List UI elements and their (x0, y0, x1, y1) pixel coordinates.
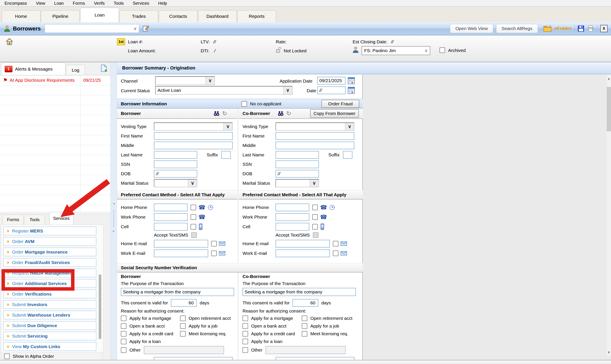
borrower-marital-status-dropdown[interactable]: ∨ (154, 179, 197, 187)
service-submit-investors[interactable]: » SubmitInvestors (3, 300, 96, 309)
cell-phone-icon[interactable] (320, 223, 325, 230)
tab-contacts[interactable]: Contacts (159, 10, 198, 22)
phone-icon[interactable]: ☎ (198, 214, 206, 221)
envelope-icon[interactable] (341, 251, 347, 256)
coborrower-home-phone-preferred-checkbox[interactable] (312, 205, 318, 210)
borrower-reason-licensing-checkbox[interactable] (180, 331, 186, 337)
clock-icon[interactable] (330, 205, 335, 210)
coborrower-vesting-type-dropdown[interactable]: ∨ (276, 122, 354, 131)
collapse-left-icon[interactable]: ◄ (111, 202, 117, 205)
service-register-mers[interactable]: » RegisterMERS (3, 226, 96, 235)
tab-dashboard[interactable]: Dashboard (198, 10, 237, 22)
service-order-fraud-audit[interactable]: » OrderFraud/Audit Services (3, 258, 96, 267)
current-status-dropdown[interactable]: Active Loan∨ (155, 86, 292, 95)
coborrower-first-name-field[interactable] (276, 132, 354, 140)
scroll-down-icon[interactable]: ∨ (607, 348, 611, 356)
home-icon[interactable] (6, 38, 13, 46)
services-scrollbar[interactable] (99, 274, 101, 339)
save-icon[interactable] (578, 25, 584, 32)
phone-icon[interactable]: ☎ (320, 214, 327, 221)
borrower-work-email-preferred-checkbox[interactable] (211, 250, 217, 256)
borrower-middle-name-field[interactable] (154, 142, 233, 149)
coborrower-work-email-field[interactable] (276, 249, 330, 257)
coborrower-marital-status-dropdown[interactable]: ∨ (276, 179, 319, 187)
borrower-other-field[interactable] (144, 346, 224, 354)
scrollbar-thumb[interactable] (607, 87, 611, 131)
no-coapplicant-checkbox[interactable] (241, 101, 247, 107)
envelope-icon[interactable] (219, 241, 225, 246)
borrower-reason-job-checkbox[interactable] (180, 323, 186, 329)
service-view-my-custom-links[interactable]: » ViewMy Custom Links (3, 342, 96, 351)
borrower-cell-preferred-checkbox[interactable] (191, 224, 196, 230)
borrower-first-name-field[interactable] (154, 132, 233, 140)
add-document-icon[interactable] (100, 64, 107, 73)
coborrower-home-email-preferred-checkbox[interactable] (333, 241, 338, 247)
borrower-work-email-field[interactable] (154, 249, 208, 257)
efolder-label[interactable]: eFolder (555, 26, 571, 31)
borrower-home-phone-field[interactable] (154, 204, 187, 211)
borrower-purpose-field[interactable]: Seeking a mortgage from the company (121, 288, 234, 296)
coborrower-purpose-field[interactable]: Seeking a mortgage from the company (242, 288, 356, 296)
close-icon[interactable]: X (600, 25, 608, 32)
binoculars-icon[interactable] (278, 111, 284, 116)
tab-pipeline[interactable]: Pipeline (41, 10, 80, 22)
borrower-home-email-preferred-checkbox[interactable] (211, 241, 217, 247)
coborrower-reason-mortgage-checkbox[interactable] (242, 315, 248, 321)
borrower-reason-loan-checkbox[interactable] (121, 339, 126, 344)
borrower-reason-other-checkbox[interactable] (121, 347, 126, 353)
binoculars-icon[interactable] (213, 111, 220, 116)
service-submit-due-diligence[interactable]: » SubmitDue Diligence (3, 321, 96, 330)
open-web-view-button[interactable]: Open Web View (450, 24, 493, 33)
coborrower-suffix-field[interactable] (343, 151, 352, 159)
borrower-home-phone-preferred-checkbox[interactable] (191, 205, 196, 210)
coborrower-cell-preferred-checkbox[interactable] (312, 224, 318, 230)
borrower-reason-mortgage-checkbox[interactable] (121, 315, 126, 321)
refresh-icon[interactable]: ↻ (222, 110, 227, 117)
tab-loan[interactable]: Loan (80, 8, 119, 22)
channel-dropdown[interactable]: ∨ (155, 76, 215, 85)
service-submit-servicing[interactable]: » SubmitServicing (3, 332, 96, 340)
order-fraud-button[interactable]: Order Fraud (321, 100, 359, 108)
coborrower-consent-days-field[interactable]: 60 (292, 299, 318, 307)
tab-trades[interactable]: Trades (120, 10, 158, 22)
coborrower-home-phone-field[interactable] (276, 204, 309, 211)
scroll-up-icon[interactable]: ∧ (607, 75, 611, 83)
application-date-field[interactable]: 09/21/2025 (317, 77, 345, 85)
coborrower-reason-loan-checkbox[interactable] (242, 339, 248, 344)
borrower-ssn-field[interactable] (154, 160, 197, 168)
coborrower-reason-job-checkbox[interactable] (302, 323, 307, 329)
coborrower-reason-bank-checkbox[interactable] (242, 323, 248, 329)
coborrower-last-name-field[interactable] (276, 151, 319, 159)
envelope-icon[interactable] (219, 251, 225, 256)
show-alpha-checkbox[interactable] (4, 353, 10, 359)
tab-home[interactable]: Home (2, 10, 40, 22)
borrower-work-phone-field[interactable] (154, 213, 187, 221)
efolder-icon[interactable] (543, 25, 552, 32)
menu-help[interactable]: Help (154, 1, 172, 6)
coborrower-work-phone-preferred-checkbox[interactable] (312, 214, 318, 220)
archived-checkbox[interactable] (439, 47, 445, 53)
edit-icon[interactable] (142, 25, 149, 32)
borrowers-dropdown[interactable]: ∨ (45, 24, 139, 33)
coborrower-reason-licensing-checkbox[interactable] (302, 331, 307, 337)
coborrower-middle-name-field[interactable] (276, 142, 354, 149)
alert-row[interactable]: ⚑ At App Disclosure Requirements 09/21/2… (0, 75, 110, 85)
tab-log[interactable]: Log (66, 65, 85, 75)
coborrower-work-phone-field[interactable] (276, 213, 309, 221)
clock-icon[interactable] (208, 205, 213, 210)
borrower-home-email-field[interactable] (154, 240, 208, 247)
tab-forms[interactable]: Forms (2, 214, 24, 225)
borrower-vesting-type-dropdown[interactable]: ∨ (154, 122, 233, 131)
print-icon[interactable] (587, 25, 594, 32)
service-order-avm[interactable]: » OrderAVM (3, 237, 96, 246)
coborrower-reason-credit-card-checkbox[interactable] (242, 331, 248, 337)
search-allregs-button[interactable]: Search AllRegs (496, 24, 538, 33)
cell-phone-icon[interactable] (198, 223, 203, 230)
service-submit-warehouse-lenders[interactable]: » SubmitWarehouse Lenders (3, 311, 96, 319)
borrower-suffix-field[interactable] (221, 151, 231, 159)
tab-tools[interactable]: Tools (24, 214, 45, 225)
menu-encompass[interactable]: Encompass (0, 1, 32, 6)
menu-forms[interactable]: Forms (68, 1, 90, 6)
coborrower-other-field[interactable] (266, 346, 346, 354)
menu-tools[interactable]: Tools (109, 1, 128, 6)
